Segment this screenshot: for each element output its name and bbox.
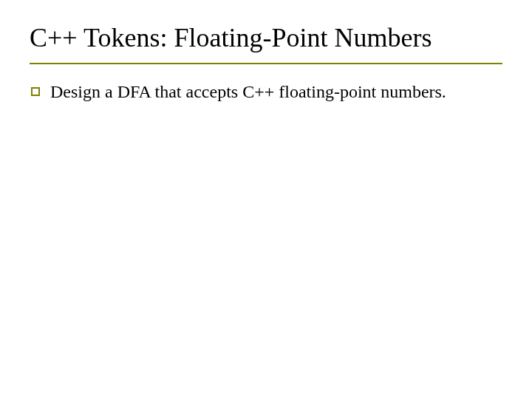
slide: C++ Tokens: Floating-Point Numbers Desig…: [0, 0, 532, 399]
bullet-text: Design a DFA that accepts C++ floating-p…: [50, 81, 502, 103]
bullet-item: Design a DFA that accepts C++ floating-p…: [31, 81, 502, 103]
slide-title: C++ Tokens: Floating-Point Numbers: [30, 22, 502, 58]
square-bullet-icon: [31, 87, 40, 96]
slide-body: Design a DFA that accepts C++ floating-p…: [30, 81, 502, 103]
title-underline: [30, 63, 502, 64]
